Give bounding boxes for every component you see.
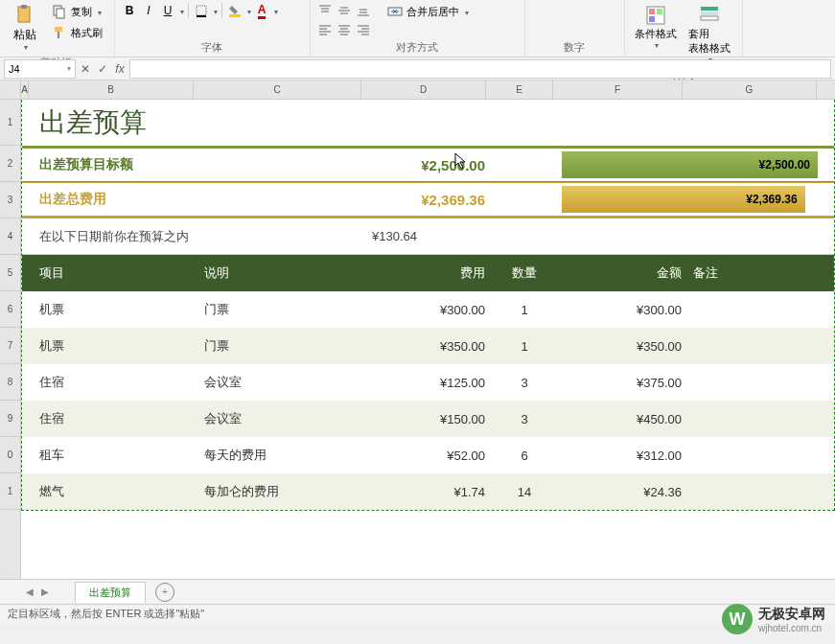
row-header[interactable]: 6 bbox=[0, 291, 20, 328]
row-header[interactable]: 4 bbox=[0, 218, 20, 255]
cell-qty[interactable]: 1 bbox=[491, 328, 558, 364]
align-top-button[interactable] bbox=[316, 2, 334, 19]
cell-qty[interactable]: 3 bbox=[491, 401, 558, 437]
cell-cost[interactable]: ¥125.00 bbox=[366, 364, 491, 401]
row-header[interactable]: 1 bbox=[0, 100, 20, 146]
border-button[interactable] bbox=[193, 2, 210, 19]
name-box[interactable]: J4 ▾ bbox=[4, 59, 76, 79]
col-header[interactable]: E bbox=[486, 80, 553, 99]
tab-scroll-right[interactable]: ▶ bbox=[38, 585, 52, 600]
cell-item[interactable]: 机票 bbox=[34, 291, 198, 328]
cell-cost[interactable]: ¥1.74 bbox=[366, 473, 491, 510]
font-color-dropdown[interactable] bbox=[272, 4, 278, 17]
row-header[interactable]: 3 bbox=[0, 182, 20, 218]
cell-amount[interactable]: ¥450.00 bbox=[558, 401, 687, 437]
cell-desc[interactable]: 门票 bbox=[198, 291, 366, 328]
border-dropdown[interactable] bbox=[212, 4, 218, 17]
cell-notes[interactable] bbox=[687, 437, 822, 473]
cell-cost[interactable]: ¥150.00 bbox=[366, 401, 491, 437]
col-header[interactable]: A bbox=[21, 80, 29, 99]
font-color-button[interactable]: A bbox=[253, 2, 270, 19]
cell-item[interactable]: 燃气 bbox=[34, 473, 198, 510]
cell-desc[interactable]: 会议室 bbox=[198, 364, 366, 401]
fill-color-button[interactable] bbox=[226, 2, 244, 19]
cell-qty[interactable]: 6 bbox=[491, 437, 558, 473]
col-header[interactable]: B bbox=[29, 80, 194, 99]
paste-button[interactable]: 粘贴 bbox=[6, 2, 44, 54]
cell-notes[interactable] bbox=[687, 291, 822, 328]
cell-qty[interactable]: 1 bbox=[491, 291, 558, 328]
cell-amount[interactable]: ¥300.00 bbox=[558, 291, 687, 328]
align-bottom-button[interactable] bbox=[355, 2, 372, 19]
select-all-corner[interactable] bbox=[0, 80, 20, 100]
row-headers: 1 2 3 4 5 6 7 8 9 0 1 bbox=[0, 80, 21, 579]
row-header[interactable]: 0 bbox=[0, 437, 20, 473]
svg-rect-1 bbox=[21, 5, 27, 9]
tab-scroll-left[interactable]: ◀ bbox=[23, 585, 36, 600]
cell-item[interactable]: 住宿 bbox=[34, 364, 198, 401]
number-group-label: 数字 bbox=[531, 38, 616, 55]
cell-cost[interactable]: ¥52.00 bbox=[366, 437, 491, 473]
formula-bar[interactable] bbox=[129, 59, 831, 79]
confirm-formula-button[interactable]: ✓ bbox=[95, 61, 110, 77]
cell-item[interactable]: 住宿 bbox=[34, 401, 198, 437]
format-painter-button[interactable]: 格式刷 bbox=[48, 23, 106, 42]
cell-notes[interactable] bbox=[687, 328, 822, 364]
col-header[interactable]: C bbox=[194, 80, 361, 99]
svg-rect-34 bbox=[649, 16, 655, 22]
title-row: 出差预算 bbox=[22, 100, 834, 146]
row-header[interactable]: 5 bbox=[0, 255, 20, 291]
total-value: ¥2,369.36 bbox=[366, 183, 491, 216]
underline-dropdown[interactable] bbox=[178, 4, 184, 17]
hdr-item: 项目 bbox=[34, 255, 198, 291]
conditional-format-button[interactable]: 条件格式 bbox=[631, 2, 681, 52]
row-header[interactable]: 1 bbox=[0, 473, 20, 510]
cancel-formula-button[interactable]: ✕ bbox=[78, 61, 93, 77]
italic-button[interactable]: I bbox=[140, 2, 157, 19]
fx-button[interactable]: fx bbox=[112, 61, 128, 77]
col-header[interactable]: G bbox=[683, 80, 817, 99]
cell-qty[interactable]: 14 bbox=[491, 473, 558, 510]
cell-desc[interactable]: 会议室 bbox=[198, 401, 366, 437]
cell-item[interactable]: 租车 bbox=[34, 437, 198, 473]
cell-amount[interactable]: ¥350.00 bbox=[558, 328, 687, 364]
fill-color-dropdown[interactable] bbox=[245, 4, 251, 17]
cell-desc[interactable]: 每加仑的费用 bbox=[198, 473, 366, 510]
cell-desc[interactable]: 门票 bbox=[198, 328, 366, 364]
cell-notes[interactable] bbox=[687, 364, 822, 401]
cell-item[interactable]: 机票 bbox=[34, 328, 198, 364]
row-header[interactable]: 9 bbox=[0, 401, 20, 437]
merge-center-button[interactable]: 合并后居中 bbox=[383, 2, 473, 21]
cell-amount[interactable]: ¥312.00 bbox=[558, 437, 687, 473]
cell-cost[interactable]: ¥300.00 bbox=[366, 291, 491, 328]
total-label: 出差总费用 bbox=[34, 183, 198, 216]
underline-button[interactable]: U bbox=[159, 2, 176, 19]
cell-qty[interactable]: 3 bbox=[491, 364, 558, 401]
new-sheet-button[interactable]: + bbox=[155, 583, 174, 602]
copy-button[interactable]: 复制 bbox=[48, 2, 106, 21]
col-header[interactable]: D bbox=[361, 80, 486, 99]
sheet-tab[interactable]: 出差预算 bbox=[75, 582, 146, 603]
total-bar-cell: ¥2,369.36 bbox=[558, 183, 822, 216]
align-left-button[interactable] bbox=[316, 21, 334, 38]
row-header[interactable]: 7 bbox=[0, 328, 20, 364]
row-header[interactable]: 2 bbox=[0, 146, 20, 182]
cell-amount[interactable]: ¥375.00 bbox=[558, 364, 687, 401]
row-header[interactable]: 8 bbox=[0, 364, 20, 401]
watermark: W 无极安卓网 wjhotel.com.cn bbox=[722, 604, 825, 623]
cell-cost[interactable]: ¥350.00 bbox=[366, 328, 491, 364]
worksheet[interactable]: 1 2 3 4 5 6 7 8 9 0 1 A B C D E F G 出差预算 bbox=[0, 80, 835, 579]
align-center-button[interactable] bbox=[336, 21, 353, 38]
format-table-button[interactable]: 套用 表格格式 bbox=[684, 2, 734, 66]
cell-amount[interactable]: ¥24.36 bbox=[558, 473, 687, 510]
cell-notes[interactable] bbox=[687, 401, 822, 437]
table-row: 燃气每加仑的费用¥1.7414¥24.36 bbox=[22, 473, 834, 510]
watermark-title: 无极安卓网 bbox=[758, 606, 825, 623]
cell-desc[interactable]: 每天的费用 bbox=[198, 437, 366, 473]
cell-notes[interactable] bbox=[687, 473, 822, 510]
align-right-button[interactable] bbox=[355, 21, 372, 38]
col-header[interactable]: F bbox=[553, 80, 683, 99]
bold-button[interactable]: B bbox=[121, 2, 138, 19]
grid-content: A B C D E F G 出差预算 出差预算目标额 ¥2,500.00 bbox=[21, 80, 835, 579]
align-middle-button[interactable] bbox=[336, 2, 353, 19]
